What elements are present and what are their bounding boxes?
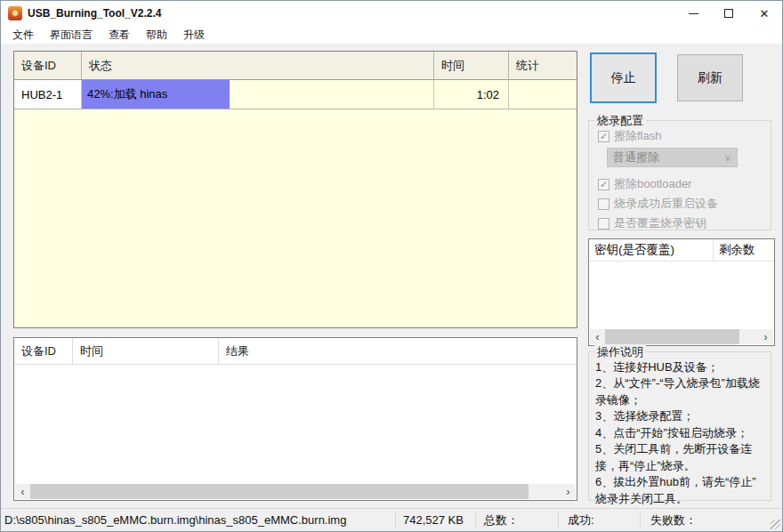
menu-view[interactable]: 查看	[101, 26, 138, 44]
key-table-body	[589, 262, 774, 317]
status-total-label: 总数：	[484, 509, 519, 531]
col-time: 时间	[434, 52, 509, 79]
key-table-header: 密钥(是否覆盖) 剩余数	[589, 239, 774, 262]
col-status: 状态	[82, 52, 434, 79]
device-table: 设备ID 状态 时间 统计 HUB2-1 42%:加载 hinas 1:02	[13, 51, 577, 328]
instruction-step: 2、从“文件”-“导入烧录包”加载烧录镜像；	[595, 375, 766, 408]
maximize-button[interactable]	[711, 1, 747, 26]
status-bar: D:\s805\hinas_s805_eMMC.burn.img\hinas_s…	[1, 508, 782, 531]
checkbox-icon: ✓	[598, 131, 609, 142]
statusbar-divider	[395, 512, 396, 528]
title-bar: USB_Burning_Tool_V2.2.4 ✕	[1, 1, 782, 26]
result-table-body	[14, 365, 577, 472]
col-result-time: 时间	[73, 338, 219, 364]
col-result-device-id: 设备ID	[14, 338, 73, 364]
menu-file[interactable]: 文件	[4, 26, 42, 44]
table-row[interactable]: HUB2-1 42%:加载 hinas 1:02	[14, 80, 577, 109]
scrollbar-track[interactable]	[605, 329, 758, 344]
minimize-button[interactable]	[675, 1, 711, 26]
col-remaining: 剩余数	[714, 239, 774, 261]
refresh-button[interactable]: 刷新	[677, 54, 743, 101]
result-table-header: 设备ID 时间 结果	[14, 338, 577, 365]
statusbar-divider	[558, 512, 559, 528]
minimize-icon	[689, 13, 698, 14]
app-icon	[8, 6, 22, 20]
progress-text: 42%:加载 hinas	[82, 86, 167, 102]
close-icon: ✕	[760, 7, 770, 20]
erase-flash-checkbox[interactable]: ✓ 擦除flash	[598, 128, 661, 144]
checkbox-icon	[598, 198, 609, 210]
erase-mode-select[interactable]: 普通擦除 ∨	[607, 148, 738, 167]
close-button[interactable]: ✕	[747, 1, 782, 26]
window-title: USB_Burning_Tool_V2.2.4	[28, 7, 161, 20]
scroll-left-icon[interactable]: ‹	[15, 484, 30, 499]
burn-config-title: 烧录配置	[594, 113, 646, 129]
status-cell: 42%:加载 hinas	[82, 80, 434, 109]
maximize-icon	[724, 9, 733, 18]
burn-config-group: 烧录配置 ✓ 擦除flash 普通擦除 ∨ ✓ 擦除bootloader 烧录成…	[588, 120, 771, 230]
resize-grip[interactable]	[771, 520, 780, 529]
scrollbar-thumb[interactable]	[30, 484, 529, 499]
instruction-step: 1、连接好HUB及设备；	[595, 359, 766, 375]
window-controls: ✕	[675, 1, 782, 26]
result-table-hscrollbar[interactable]: ‹ ›	[15, 484, 576, 499]
col-key: 密钥(是否覆盖)	[589, 239, 714, 261]
key-table: 密钥(是否覆盖) 剩余数 ‹ ›	[588, 238, 775, 346]
scrollbar-track[interactable]	[30, 484, 561, 499]
instruction-step: 5、关闭工具前，先断开设备连接，再“停止”烧录。	[595, 441, 766, 474]
status-success-label: 成功:	[568, 509, 594, 531]
device-table-header: 设备ID 状态 时间 统计	[14, 52, 577, 80]
col-device-id: 设备ID	[14, 52, 82, 79]
reboot-after-success-label: 烧录成功后重启设备	[614, 196, 718, 212]
statusbar-divider	[640, 512, 641, 528]
scrollbar-thumb[interactable]	[605, 329, 739, 344]
overwrite-key-checkbox[interactable]: 是否覆盖烧录密钥	[598, 215, 706, 231]
erase-mode-value: 普通擦除	[613, 149, 659, 165]
app-window: USB_Burning_Tool_V2.2.4 ✕ 文件 界面语言 查看 帮助 …	[0, 0, 783, 532]
instruction-step: 6、拔出外置hub前，请先“停止”烧录并关闭工具。	[595, 474, 766, 507]
status-failed-label: 失败数：	[650, 509, 697, 531]
status-file-size: 742,527 KB	[403, 509, 464, 531]
stop-button[interactable]: 停止	[590, 52, 657, 103]
scroll-left-icon[interactable]: ‹	[590, 329, 605, 344]
scroll-right-icon[interactable]: ›	[758, 329, 773, 344]
checkbox-icon: ✓	[598, 179, 609, 190]
instructions-group: 操作说明 1、连接好HUB及设备； 2、从“文件”-“导入烧录包”加载烧录镜像；…	[588, 351, 771, 501]
stats-cell	[509, 80, 577, 109]
time-cell: 1:02	[434, 80, 509, 109]
menu-help[interactable]: 帮助	[138, 26, 175, 44]
overwrite-key-label: 是否覆盖烧录密钥	[614, 215, 706, 231]
result-table: 设备ID 时间 结果 ‹ ›	[13, 337, 577, 501]
status-file-path: D:\s805\hinas_s805_eMMC.burn.img\hinas_s…	[4, 509, 346, 531]
chevron-down-icon: ∨	[724, 152, 731, 164]
col-stats: 统计	[509, 52, 577, 79]
menu-bar: 文件 界面语言 查看 帮助 升级	[1, 26, 782, 44]
reboot-after-success-checkbox[interactable]: 烧录成功后重启设备	[598, 196, 718, 212]
instructions-title: 操作说明	[594, 344, 646, 360]
instruction-step: 4、点击“开始”按钮启动烧录；	[595, 425, 766, 441]
device-id-cell: HUB2-1	[14, 80, 82, 109]
scroll-right-icon[interactable]: ›	[561, 484, 576, 499]
instructions-steps: 1、连接好HUB及设备； 2、从“文件”-“导入烧录包”加载烧录镜像； 3、选择…	[595, 359, 766, 507]
erase-flash-label: 擦除flash	[614, 128, 661, 144]
key-table-hscrollbar[interactable]: ‹ ›	[590, 329, 773, 344]
statusbar-divider	[475, 512, 476, 528]
menu-upgrade[interactable]: 升级	[175, 26, 213, 44]
erase-bootloader-label: 擦除bootloader	[614, 176, 691, 192]
menu-language[interactable]: 界面语言	[42, 26, 101, 44]
checkbox-icon	[598, 218, 609, 230]
instruction-step: 3、选择烧录配置；	[595, 408, 766, 424]
col-result: 结果	[219, 338, 577, 364]
erase-bootloader-checkbox[interactable]: ✓ 擦除bootloader	[598, 176, 691, 192]
